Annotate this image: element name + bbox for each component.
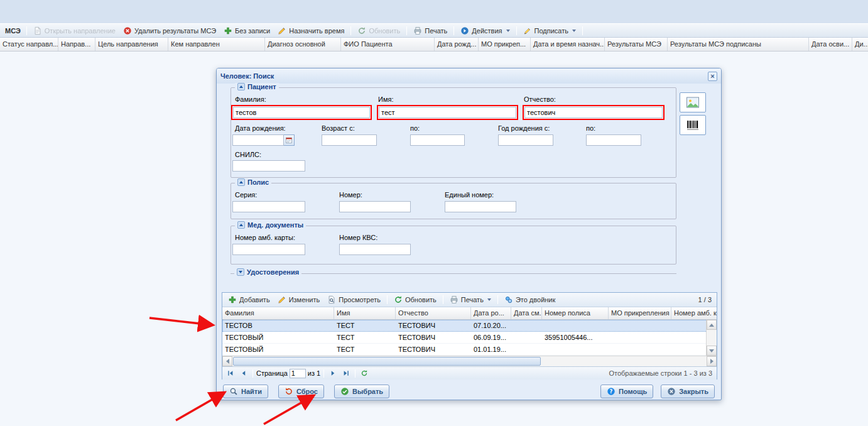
column-header-lastname[interactable]: Фамилия [222,307,334,319]
amb-card-input[interactable] [232,244,305,255]
view-person-button[interactable]: Просмотреть [324,294,384,305]
firstname-input[interactable] [379,107,516,118]
kvs-input[interactable] [339,244,411,255]
column-header-policy[interactable]: Номер полиса [542,307,609,319]
column-header-purpose[interactable]: Цель направления [95,38,168,51]
snils-label: СНИЛС: [235,151,261,158]
help-button[interactable]: Помощь [600,385,653,398]
print-results-button[interactable]: Печать [447,294,494,305]
reset-button[interactable]: Сброс [278,385,324,398]
print-icon [413,26,422,35]
vertical-scrollbar[interactable] [706,320,717,356]
toolbar-separator [26,26,27,35]
page-of-label: из 1 [308,369,320,377]
dialog-header[interactable]: Человек: Поиск × [217,68,721,84]
edit-person-button[interactable]: Изменить [274,294,323,305]
column-header-mse-results[interactable]: Результаты МСЭ [605,38,668,51]
select-button[interactable]: Выбрать [334,385,389,398]
age-to-input[interactable] [410,134,465,146]
refresh-button[interactable]: Обновить [354,25,403,36]
close-icon[interactable]: × [708,72,717,81]
no-record-button[interactable]: Без записи [220,25,273,36]
scroll-left-icon[interactable] [222,356,232,366]
column-header-mo[interactable]: МО прикреп... [479,38,531,51]
duplicate-button[interactable]: Это двойник [501,294,558,305]
find-button[interactable]: Найти [223,385,268,398]
collapse-toggle-icon[interactable] [237,178,245,186]
calendar-icon[interactable] [284,134,295,146]
policy-number-input[interactable] [339,201,411,212]
collapse-toggle-icon[interactable] [237,221,245,229]
close-button[interactable]: Закрыть [661,385,715,398]
person-row[interactable]: ТЕСТОВЫЙ ТЕСТ ТЕСТОВИЧ 01.01.19... [222,344,707,356]
cell-firstname: ТЕСТ [334,320,396,331]
middlename-input[interactable] [524,107,663,118]
scrollbar-thumb[interactable] [233,357,541,366]
column-header-patient-name[interactable]: ФИО Пациента [341,38,435,51]
page-number-input[interactable] [290,369,306,378]
column-header-deathdate[interactable]: Дата см... [511,307,542,319]
assign-time-button[interactable]: Назначить время [274,25,347,36]
cell-middlename: ТЕСТОВИЧ [396,332,471,343]
first-page-button[interactable] [225,368,236,379]
column-header-card[interactable]: Номер амб. ка... [671,307,717,319]
last-page-button[interactable] [340,368,352,379]
scroll-up-icon[interactable] [707,320,717,330]
view-icon [327,295,336,304]
refresh-label: Обновить [369,27,400,35]
results-grid-header: Фамилия Имя Отчество Дата ро... Дата см.… [222,307,717,320]
column-header-status[interactable]: Статус направл... [0,38,58,51]
cell-lastname: ТЕСТОВЫЙ [222,344,334,355]
photo-search-button[interactable] [680,92,706,112]
help-label: Помощь [619,388,647,395]
birthyear-from-input[interactable] [498,134,553,146]
column-header-referred-by[interactable]: Кем направлен [168,38,265,51]
age-from-input[interactable] [322,134,377,146]
column-header-datetime[interactable]: Дата и время назнач... [531,38,605,51]
lastname-input[interactable] [233,107,370,118]
next-page-button[interactable] [327,368,339,379]
column-header-referral[interactable]: Направ... [58,38,95,51]
cell-card [671,344,676,355]
print-results-label: Печать [461,296,484,303]
sign-menu-button[interactable]: Подписать [520,25,579,36]
print-button[interactable]: Печать [410,25,450,36]
credentials-fieldset: Удостоверения [231,270,676,278]
open-referral-button[interactable]: Открыть направление [30,25,119,36]
person-row[interactable]: ТЕСТОВ ТЕСТ ТЕСТОВИЧ 07.10.20... [222,320,707,332]
birthdate-input[interactable] [232,134,284,146]
find-label: Найти [241,388,262,395]
column-header-mo[interactable]: МО прикрепления [609,307,671,319]
select-label: Выбрать [352,388,383,395]
toolbar-separator [516,26,517,35]
refresh-page-button[interactable] [359,368,370,379]
policy-series-input[interactable] [232,201,305,212]
add-person-button[interactable]: Добавить [225,294,273,305]
column-header-firstname[interactable]: Имя [334,307,396,319]
prev-page-button[interactable] [238,368,249,379]
policy-unified-input[interactable] [445,201,516,212]
column-header-middlename[interactable]: Отчество [396,307,471,319]
collapse-toggle-icon[interactable] [237,83,245,90]
snils-input[interactable] [232,160,305,172]
scroll-right-icon[interactable] [707,356,717,366]
birthyear-to-input[interactable] [586,134,641,146]
column-header-di[interactable]: Ди... [852,38,868,51]
person-row[interactable]: ТЕСТОВЫЙ ТЕСТ ТЕСТОВИЧ 06.09.19... 35951… [222,332,707,344]
actions-menu-button[interactable]: Действия [457,25,513,36]
column-header-exam-date[interactable]: Дата осви... [809,38,852,51]
column-header-birthdate[interactable]: Дата рожд... [435,38,479,51]
scroll-down-icon[interactable] [707,346,717,356]
expand-toggle-icon[interactable] [237,268,244,276]
policy-number-label: Номер: [339,191,362,199]
column-header-mse-signed[interactable]: Результаты МСЭ подписаны [668,38,809,51]
middlename-highlight [523,105,665,120]
barcode-search-button[interactable] [680,115,706,135]
horizontal-scrollbar[interactable] [222,356,717,366]
toolbar-separator [387,295,388,304]
column-header-birthdate[interactable]: Дата ро... [471,307,511,319]
delete-mse-results-button[interactable]: Удалить результаты МСЭ [120,25,219,36]
refresh-results-button[interactable]: Обновить [391,294,440,305]
column-header-diagnosis[interactable]: Диагноз основной [265,38,341,51]
policy-unified-label: Единый номер: [445,191,494,199]
